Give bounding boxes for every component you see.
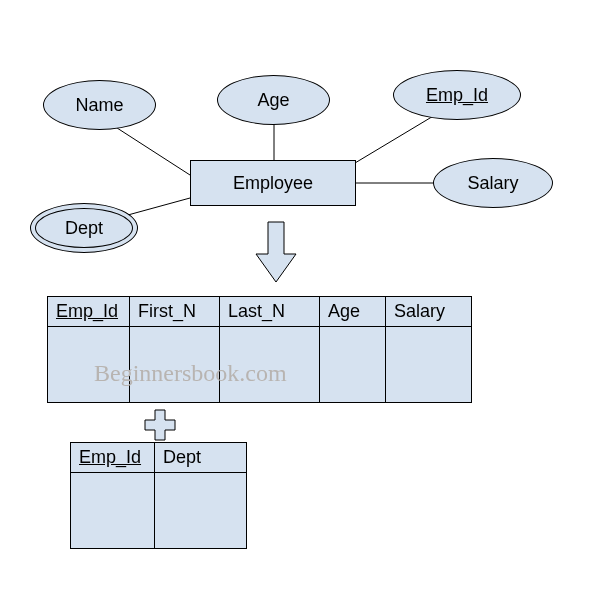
- plus-icon: [143, 408, 177, 442]
- attribute-emp-id: Emp_Id: [393, 70, 521, 120]
- attribute-salary: Salary: [433, 158, 553, 208]
- attribute-name: Name: [43, 80, 156, 130]
- arrow-down-icon: [254, 220, 298, 286]
- attribute-label: Age: [257, 90, 289, 111]
- col-age: Age: [320, 297, 386, 327]
- entity-label: Employee: [233, 173, 313, 194]
- col-first-n: First_N: [130, 297, 220, 327]
- attribute-dept-multivalued: Dept: [30, 203, 138, 253]
- col-emp-id: Emp_Id: [48, 297, 130, 327]
- attribute-label: Emp_Id: [426, 85, 488, 106]
- attribute-dept-inner: Dept: [35, 208, 133, 248]
- col-last-n: Last_N: [220, 297, 320, 327]
- svg-line-2: [355, 115, 435, 163]
- col-salary: Salary: [386, 297, 472, 327]
- col-emp-id: Emp_Id: [71, 443, 155, 473]
- entity-employee: Employee: [190, 160, 356, 206]
- attribute-label: Name: [75, 95, 123, 116]
- attribute-age: Age: [217, 75, 330, 125]
- table-row: [71, 473, 247, 549]
- attribute-label: Dept: [65, 218, 103, 239]
- table-header-row: Emp_Id Dept: [71, 443, 247, 473]
- employee-table: Emp_Id First_N Last_N Age Salary: [47, 296, 472, 403]
- attribute-label: Salary: [467, 173, 518, 194]
- dept-table: Emp_Id Dept: [70, 442, 247, 549]
- table-header-row: Emp_Id First_N Last_N Age Salary: [48, 297, 472, 327]
- col-dept: Dept: [155, 443, 247, 473]
- table-row: [48, 327, 472, 403]
